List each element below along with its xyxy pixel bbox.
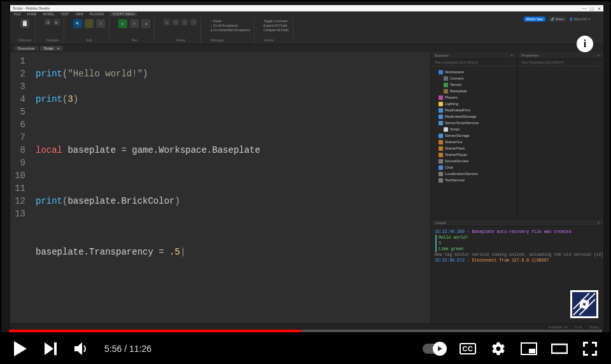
tab-close-icon[interactable]: × [57,46,60,50]
explorer-item[interactable]: StarterPlayer [433,151,514,158]
back-button[interactable]: ◀ [45,19,51,25]
share-button[interactable]: 🔗 Share [548,17,566,22]
channel-watermark[interactable] [570,290,598,318]
break-never-option[interactable]: ○ Never [210,19,250,23]
tab-script[interactable]: Script × [40,46,64,51]
forward-button[interactable]: ▶ [53,19,60,25]
step-out-button[interactable]: ↗ [181,19,188,25]
tree-item-icon [439,134,443,138]
properties-body [517,66,603,219]
next-button[interactable] [43,340,60,357]
output-line: 15:22:46.389 - Baseplate auto-recovery f… [435,229,600,235]
menu-home[interactable]: HOME [27,12,37,16]
info-card-icon[interactable]: i [577,36,593,52]
maximize-button[interactable]: ▢ [590,6,594,11]
expand-folds-button[interactable]: Expand All Folds [263,24,289,27]
explorer-item[interactable]: ServerStorage [433,132,514,139]
captions-button[interactable]: CC [460,340,476,357]
select-button[interactable]: ☰ [96,19,105,28]
explorer-item[interactable]: Terrain [433,81,514,88]
volume-button[interactable] [74,340,90,357]
ribbon-group-navigate: ◀ ▶ Navigate [41,18,64,43]
panel-close-icon[interactable]: × [597,221,600,225]
menu-plugins[interactable]: PLUGINS [90,12,104,16]
code-line [36,118,260,131]
explorer-search[interactable]: Filter workspace (Ctrl+Shift+X) [431,59,517,66]
break-all-option[interactable]: ○ On All Exceptions [210,24,250,27]
panel-close-icon[interactable]: × [597,53,600,57]
tree-item-icon [439,178,443,183]
tree-item-label: ReplicatedFirst [445,107,470,113]
explorer-item[interactable]: SoundService [433,158,514,164]
explorer-tree[interactable]: WorkspaceCameraTerrainBaseplatePlayersLi… [431,66,517,186]
explorer-item[interactable]: Players [433,94,514,101]
menu-file[interactable]: FILE [14,12,21,16]
autoplay-knob [433,342,447,356]
explorer-item[interactable]: LocalizationService [433,171,514,177]
tree-item-label: ServerScriptService [445,120,479,126]
tree-item-icon [439,121,443,125]
time-separator: / [122,344,129,354]
tab-baseplate[interactable]: Baseplate [14,46,39,51]
line-number: 4 [10,93,25,106]
properties-search[interactable]: Filter Properties (Ctrl+Shift+P) [517,59,603,66]
explorer-item[interactable]: ReplicatedStorage [433,113,514,120]
edit-label: Edit [87,38,92,42]
menu-view[interactable]: VIEW [75,12,83,16]
explorer-item[interactable]: TestService [433,177,514,183]
fullscreen-button[interactable] [582,340,598,357]
autoplay-toggle[interactable] [423,344,446,354]
replace-button[interactable]: ↔ [85,19,94,28]
tree-item-label: StarterPlayer [445,151,467,158]
tree-item-label: StarterPack [445,145,465,151]
tree-item-icon [439,146,443,151]
explorer-item[interactable]: Camera [433,75,514,81]
tree-item-icon [439,115,443,119]
stop-button[interactable]: ■ [141,19,150,28]
break-unhandled-option[interactable]: ● On Unhandled Exceptions [210,28,250,32]
whats-new-button[interactable]: What's New [524,17,546,22]
explorer-item[interactable]: Lighting [433,101,514,107]
output-panel: Output × 15:22:46.389 - Baseplate auto-r… [431,219,603,323]
output-body[interactable]: 15:22:46.389 - Baseplate auto-recovery f… [431,227,603,323]
explorer-item[interactable]: Baseplate [433,88,514,94]
line-number: 3 [10,80,25,93]
svg-marker-9 [45,342,53,355]
explorer-item[interactable]: Workspace [433,69,514,75]
collapse-folds-button[interactable]: Collapse All Folds [263,28,289,32]
output-line: New tag editor version coming online; un… [435,252,600,258]
user-badge[interactable]: 👤 BMan78C ▾ [569,17,591,21]
progress-bar[interactable] [9,330,602,332]
right-panels: Explorer × Filter workspace (Ctrl+Shift+… [430,52,603,323]
play-button[interactable] [13,340,29,357]
play-button[interactable]: ▶ [118,19,127,28]
miniplayer-button[interactable] [521,340,537,357]
explorer-item[interactable]: ReplicatedFirst [433,107,514,113]
close-button[interactable]: ✕ [598,6,601,11]
toggle-comment-button[interactable]: Toggle Comment [263,19,289,23]
explorer-item[interactable]: Chat [433,164,514,171]
paste-button[interactable] [20,19,29,28]
pause-button[interactable]: ⏸ [130,19,139,28]
panel-close-icon[interactable]: × [510,53,513,57]
current-time: 5:56 [104,344,122,354]
step-into-button[interactable]: ↘ [164,19,170,25]
step-over-button[interactable]: ↷ [172,19,179,25]
find-button[interactable]: 🔍 [73,19,82,28]
code-line [36,297,260,309]
menu-model[interactable]: MODEL [43,12,55,16]
theater-button[interactable] [551,340,568,357]
explorer-item[interactable]: StarterPack [433,145,514,151]
svg-rect-15 [552,344,567,353]
code-body[interactable]: print("Hello world!") print(3) local bas… [31,52,260,323]
settings-button[interactable] [490,340,507,357]
window-title: Script - Roblox Studio [13,6,50,10]
menu-script-menu[interactable]: SCRIPT MENU [110,12,137,16]
explorer-item[interactable]: ServerScriptService [433,120,514,126]
code-editor[interactable]: 1 2 3 4 5 6 7 8 9 10 11 12 13 print("Hel… [10,52,430,323]
explorer-item[interactable]: StarterGui [433,139,514,145]
menu-test[interactable]: TEST [60,12,69,16]
add-watch-button[interactable]: ＋ [190,19,197,25]
minimize-button[interactable]: — [582,6,586,11]
explorer-item[interactable]: Script [433,126,514,132]
